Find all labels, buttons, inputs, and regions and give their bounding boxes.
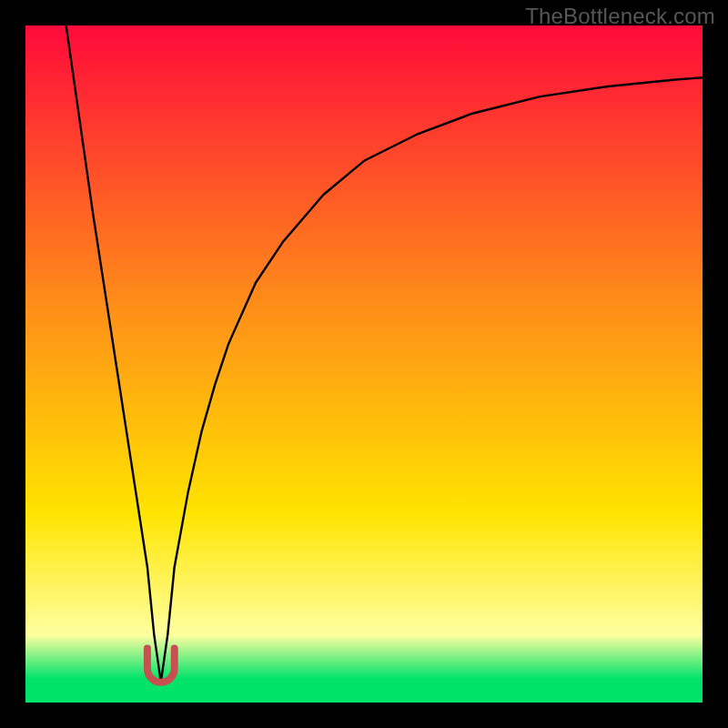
plot-background	[25, 25, 703, 703]
chart-svg	[25, 25, 703, 703]
chart-container: { "watermark": "TheBottleneck.com", "col…	[0, 0, 728, 728]
watermark-text: TheBottleneck.com	[525, 4, 715, 29]
